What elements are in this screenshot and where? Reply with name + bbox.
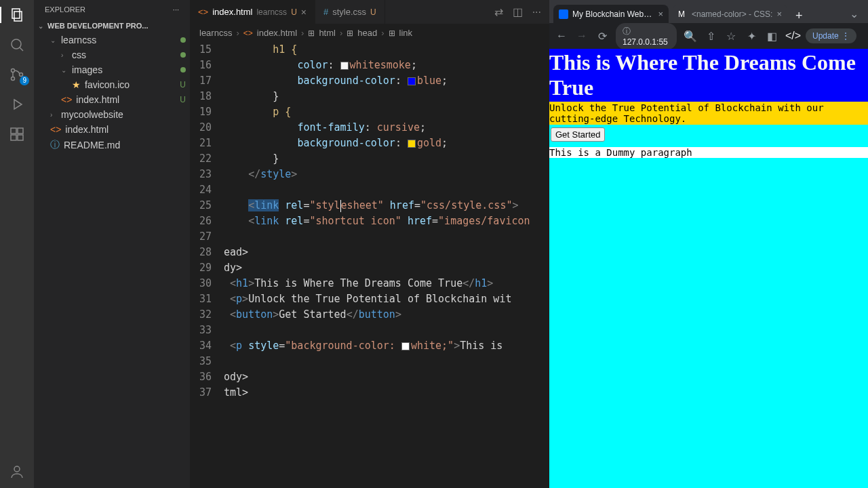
extension-icon[interactable]: ✦ — [745, 30, 758, 43]
project-header[interactable]: ⌄WEB DEVELOPMENT PRO... — [34, 19, 190, 33]
svg-point-5 — [12, 77, 15, 81]
tab-index-html[interactable]: <> index.html learncss U × — [190, 0, 315, 24]
explorer-sidebar: EXPLORER ··· ⌄WEB DEVELOPMENT PRO... ⌄le… — [34, 0, 190, 488]
folder-learncss[interactable]: ⌄learncss — [37, 33, 190, 47]
more-icon[interactable]: ··· — [532, 6, 541, 18]
address-bar[interactable]: ⓘ 127.0.0.1:55 — [616, 23, 677, 49]
breadcrumb[interactable]: learncss› <>index.html› ⊞html› ⊞head› ⊞l… — [190, 24, 549, 42]
browser-tab-active[interactable]: My Blockchain Website × — [553, 5, 669, 23]
reload-icon[interactable]: ⟳ — [595, 30, 609, 43]
back-icon[interactable]: ← — [555, 30, 568, 42]
file-favicon[interactable]: ★favicon.icoU — [37, 77, 190, 92]
file-readme[interactable]: ⓘREADME.md — [37, 137, 190, 153]
svg-line-3 — [20, 47, 23, 51]
svg-rect-11 — [18, 128, 23, 134]
share-icon[interactable]: ⇧ — [704, 30, 717, 43]
bookmark-icon[interactable]: ☆ — [724, 30, 738, 43]
extensions-icon[interactable] — [9, 126, 25, 142]
folder-css[interactable]: ›css — [37, 47, 190, 62]
svg-rect-1 — [14, 12, 22, 21]
svg-rect-9 — [11, 135, 16, 140]
search-icon[interactable] — [9, 37, 25, 53]
editor-tabs: <> index.html learncss U × # style.css U… — [190, 0, 549, 24]
zoom-icon[interactable]: 🔍 — [684, 30, 697, 43]
svg-point-4 — [12, 69, 15, 73]
activity-bar: 9 — [0, 0, 34, 488]
split-icon[interactable]: ◫ — [513, 5, 523, 18]
page-dummy-text: This is a Dummy paragraph — [549, 147, 868, 158]
svg-rect-8 — [11, 128, 16, 134]
close-icon[interactable]: × — [301, 7, 307, 18]
close-icon[interactable]: × — [658, 9, 663, 19]
tab-style-css[interactable]: # style.css U — [315, 0, 385, 24]
page-h1: This is Where The Dreams Come True — [549, 49, 868, 102]
more-icon[interactable]: ··· — [173, 5, 179, 14]
update-button[interactable]: Update ⋮ — [806, 28, 856, 43]
explorer-title: EXPLORER — [45, 5, 85, 14]
editor-group: <> index.html learncss U × # style.css U… — [190, 0, 549, 488]
compare-icon[interactable]: ⇄ — [494, 5, 503, 18]
svg-point-12 — [14, 466, 20, 472]
svg-marker-7 — [14, 100, 22, 109]
forward-icon[interactable]: → — [575, 30, 589, 42]
code-editor[interactable]: 15 h1 { 16 color: whitesmoke; 17 backgro… — [190, 42, 549, 488]
svg-rect-10 — [18, 135, 23, 140]
close-icon[interactable]: × — [776, 9, 782, 19]
scm-badge: 9 — [20, 76, 29, 85]
get-started-button[interactable]: Get Started — [551, 127, 605, 142]
rendered-page: This is Where The Dreams Come True Unloc… — [549, 49, 868, 488]
browser-window: My Blockchain Website × M <named-color> … — [549, 0, 868, 488]
account-icon[interactable] — [9, 464, 25, 480]
devtools-icon[interactable]: </> — [785, 30, 799, 42]
svg-point-2 — [12, 39, 21, 49]
new-tab-button[interactable]: + — [791, 9, 807, 23]
chevron-down-icon[interactable]: ⌄ — [844, 5, 864, 23]
debug-icon[interactable] — [9, 96, 25, 113]
file-index-root[interactable]: <>index.html — [37, 122, 190, 137]
panel-icon[interactable]: ◧ — [765, 30, 778, 43]
browser-tab-inactive[interactable]: M <named-color> - CSS: × — [673, 5, 787, 23]
explorer-icon[interactable] — [9, 7, 25, 23]
scm-icon[interactable]: 9 — [9, 66, 25, 83]
svg-rect-0 — [12, 9, 20, 18]
page-tagline: Unlock the True Potential of Blockchain … — [549, 102, 868, 125]
folder-images[interactable]: ⌄images — [37, 62, 190, 77]
browser-tabstrip: My Blockchain Website × M <named-color> … — [549, 0, 868, 23]
folder-mycoolwebsite[interactable]: ›mycoolwebsite — [37, 107, 190, 122]
browser-toolbar: ← → ⟳ ⓘ 127.0.0.1:55 🔍 ⇧ ☆ ✦ ◧ </> Updat… — [549, 23, 868, 49]
file-index-learncss[interactable]: <>index.htmlU — [37, 92, 190, 107]
